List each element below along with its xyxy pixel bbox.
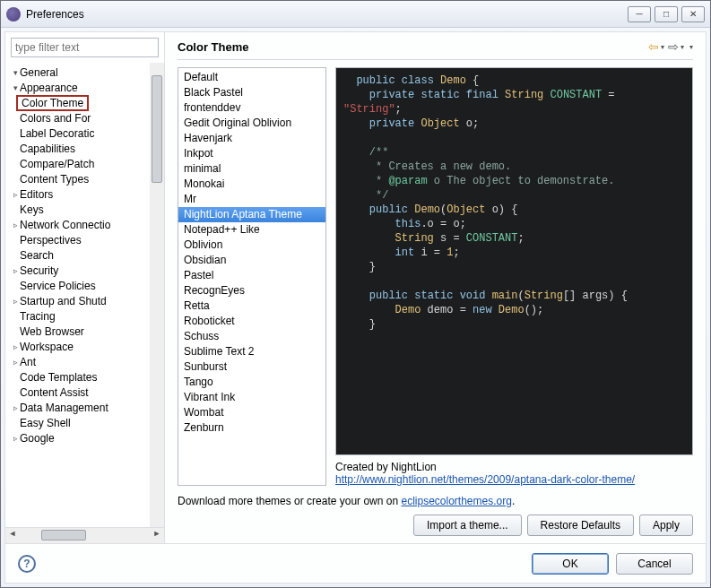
twisty-icon[interactable]: ▹	[11, 403, 20, 412]
tree-item[interactable]: Compare/Patch	[7, 156, 164, 171]
tree-item[interactable]: ▾General	[7, 65, 164, 80]
tree-item[interactable]: ▹Workspace	[7, 339, 164, 354]
twisty-icon[interactable]: ▹	[11, 342, 20, 351]
twisty-icon[interactable]: ▾	[11, 83, 20, 92]
tree-item[interactable]: Easy Shell	[7, 415, 164, 430]
theme-list-item[interactable]: Default	[178, 70, 325, 85]
apply-button[interactable]: Apply	[639, 514, 693, 536]
theme-list-item[interactable]: Havenjark	[178, 131, 325, 146]
client-area: ▾General▾AppearanceColor ThemeColors and…	[4, 31, 707, 584]
theme-list-item[interactable]: Gedit Original Oblivion	[178, 116, 325, 131]
code-preview: public class Demo { private static final…	[335, 67, 693, 455]
twisty-icon[interactable]: ▹	[11, 190, 20, 199]
tree-item[interactable]: ▹Ant	[7, 354, 164, 369]
close-button[interactable]: ✕	[681, 6, 705, 22]
page-header: Color Theme ⇦ ▾ ⇨ ▾ ▾	[178, 39, 693, 60]
nav-back-icon[interactable]: ⇦	[648, 39, 659, 54]
theme-list-item[interactable]: Retta	[178, 298, 325, 314]
theme-list-item[interactable]: frontenddev	[178, 100, 325, 116]
tree-item[interactable]: ▾Appearance	[7, 80, 164, 95]
tree-item[interactable]: Code Templates	[7, 369, 164, 385]
tree-item[interactable]: ▹Data Management	[7, 400, 164, 415]
twisty-icon[interactable]: ▹	[11, 358, 20, 367]
tree-item-label: Content Assist	[20, 386, 89, 399]
footer: ? OK Cancel	[5, 543, 706, 583]
tree-scrollbar-horizontal[interactable]: ◄ ►	[5, 527, 164, 543]
theme-list-item[interactable]: Monokai	[178, 177, 325, 192]
tree-scrollbar-vertical[interactable]	[150, 63, 164, 527]
twisty-icon[interactable]: ▹	[11, 297, 20, 306]
eclipsecolorthemes-link[interactable]: eclipsecolorthemes.org	[401, 495, 511, 507]
upper-split: ▾General▾AppearanceColor ThemeColors and…	[5, 32, 706, 543]
preference-tree[interactable]: ▾General▾AppearanceColor ThemeColors and…	[5, 63, 164, 527]
nav-back-menu-icon[interactable]: ▾	[661, 43, 664, 51]
tree-item[interactable]: ▹Google	[7, 430, 164, 445]
tree-item[interactable]: Service Policies	[7, 278, 164, 293]
tree-item[interactable]: Content Assist	[7, 385, 164, 400]
twisty-icon[interactable]: ▹	[11, 266, 20, 275]
scroll-right-icon[interactable]: ►	[150, 529, 164, 541]
page-menu-icon[interactable]: ▾	[689, 43, 693, 51]
filter-input[interactable]	[11, 38, 159, 57]
cancel-button[interactable]: Cancel	[616, 553, 693, 575]
tree-item[interactable]: Keys	[7, 202, 164, 217]
theme-list-item[interactable]: Sunburst	[178, 359, 325, 375]
theme-url-link[interactable]: http://www.nightlion.net/themes/2009/apt…	[335, 473, 635, 486]
twisty-icon[interactable]: ▹	[11, 434, 20, 443]
tree-item-label: Web Browser	[20, 325, 84, 338]
tree-item-label: Startup and Shutd	[20, 295, 107, 307]
theme-list-item[interactable]: Sublime Text 2	[178, 344, 325, 359]
theme-list-item[interactable]: Schuss	[178, 329, 325, 344]
maximize-button[interactable]: □	[655, 6, 678, 22]
theme-list[interactable]: DefaultBlack PastelfrontenddevGedit Orig…	[178, 67, 326, 486]
tree-item[interactable]: Tracing	[7, 308, 164, 324]
theme-list-item[interactable]: Oblivion	[178, 238, 325, 253]
download-hint: Download more themes or create your own …	[178, 495, 693, 507]
ok-button[interactable]: OK	[532, 553, 609, 575]
tree-item-label: Color Theme	[16, 95, 89, 111]
theme-list-item[interactable]: Notepad++ Like	[178, 222, 325, 238]
tree-item[interactable]: Color Theme	[7, 95, 164, 110]
theme-list-item[interactable]: minimal	[178, 161, 325, 177]
twisty-icon[interactable]: ▹	[11, 220, 20, 229]
theme-list-item[interactable]: Black Pastel	[178, 85, 325, 100]
theme-list-item[interactable]: Pastel	[178, 268, 325, 283]
twisty-icon[interactable]: ▾	[11, 68, 20, 77]
import-theme-button[interactable]: Import a theme...	[413, 514, 522, 536]
tree-item[interactable]: ▹Editors	[7, 186, 164, 202]
theme-row: DefaultBlack PastelfrontenddevGedit Orig…	[178, 67, 693, 486]
tree-item-label: Content Types	[20, 173, 89, 186]
tree-item[interactable]: ▹Startup and Shutd	[7, 293, 164, 308]
nav-forward-menu-icon[interactable]: ▾	[681, 43, 684, 51]
tree-item[interactable]: Colors and For	[7, 110, 164, 125]
tree-scrollbar-thumb[interactable]	[152, 75, 162, 183]
theme-list-item[interactable]: Roboticket	[178, 314, 325, 329]
theme-list-item[interactable]: Obsidian	[178, 253, 325, 268]
tree-item[interactable]: Label Decoratic	[7, 125, 164, 141]
theme-list-item[interactable]: Tango	[178, 375, 325, 390]
tree-item-label: Service Policies	[20, 280, 96, 292]
theme-list-item[interactable]: NightLion Aptana Theme	[178, 207, 325, 222]
tree-hscroll-thumb[interactable]	[41, 530, 86, 540]
scroll-left-icon[interactable]: ◄	[5, 529, 20, 541]
tree-item[interactable]: Web Browser	[7, 324, 164, 339]
tree-item[interactable]: Perspectives	[7, 232, 164, 247]
theme-list-item[interactable]: Vibrant Ink	[178, 390, 325, 405]
tree-item[interactable]: ▹Security	[7, 263, 164, 278]
tree-item-label: Keys	[20, 203, 44, 216]
theme-list-item[interactable]: Zenburn	[178, 420, 325, 436]
tree-item[interactable]: ▹Network Connectio	[7, 217, 164, 232]
tree-item-label: Ant	[20, 356, 36, 368]
tree-item[interactable]: Search	[7, 247, 164, 263]
tree-item-label: Label Decoratic	[20, 127, 94, 140]
tree-item[interactable]: Content Types	[7, 171, 164, 186]
theme-list-item[interactable]: RecognEyes	[178, 283, 325, 298]
tree-item[interactable]: Capabilities	[7, 141, 164, 156]
restore-defaults-button[interactable]: Restore Defaults	[527, 514, 634, 536]
minimize-button[interactable]: ─	[628, 6, 651, 22]
nav-forward-icon[interactable]: ⇨	[668, 39, 679, 54]
theme-list-item[interactable]: Inkpot	[178, 146, 325, 161]
help-icon[interactable]: ?	[18, 555, 36, 573]
theme-list-item[interactable]: Mr	[178, 192, 325, 207]
theme-list-item[interactable]: Wombat	[178, 405, 325, 420]
